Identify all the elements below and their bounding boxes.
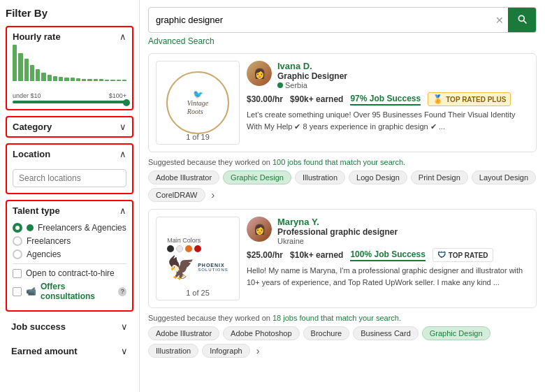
category-header[interactable]: Category ∨ <box>7 117 132 136</box>
talent-option-agencies[interactable]: Agencies <box>13 249 126 259</box>
video-icon: 📹 <box>26 286 36 296</box>
tag-more-button-2[interactable]: › <box>254 345 263 356</box>
talent-option-freelancers[interactable]: Freelancers <box>13 236 126 246</box>
phoenix-brand: 🦅 PHOENIX SOLUTIONS <box>167 254 228 281</box>
main-content: ✕ Advanced Search 🐦 VintageRoots 1 of 19… <box>140 0 545 392</box>
tag[interactable]: Adobe Illustrator <box>148 326 219 340</box>
advanced-search-link[interactable]: Advanced Search <box>148 36 215 46</box>
suggested-prefix-2: Suggested because they worked on <box>148 314 270 322</box>
vr-bird-icon: 🐦 <box>193 89 203 99</box>
earned-amount-header[interactable]: Earned amount ∨ <box>6 342 133 361</box>
tag-more-button[interactable]: › <box>209 189 218 201</box>
profile-title-2: Professional graphic designer <box>277 227 529 237</box>
bar <box>71 78 75 81</box>
radio-all[interactable] <box>13 223 22 233</box>
phoenix-bird-icon: 🦅 <box>167 254 195 281</box>
tag[interactable]: Print Design <box>411 170 468 184</box>
talent-type-filter: Talent type ∧ Freelancers & Agencies Fre… <box>6 200 133 312</box>
bar-chart-labels: under $10 $100+ <box>13 92 126 99</box>
rate-2: $25.00/hr <box>247 250 283 260</box>
divider-talent <box>13 263 126 264</box>
badge-icon-1: 🏅 <box>433 94 443 104</box>
checkbox-contract-box[interactable] <box>13 269 22 278</box>
tag[interactable]: Illustration <box>295 170 345 184</box>
search-icon <box>516 13 528 24</box>
color-dot-orange <box>185 245 192 252</box>
suggested-count-1: 100 jobs found that match your search. <box>272 158 405 166</box>
bar <box>36 69 40 81</box>
color-dot-red <box>194 245 201 252</box>
card-stats-2: $25.00/hr $10k+ earned 100% Job Success … <box>247 248 529 262</box>
job-success-label: Job success <box>11 321 66 332</box>
tag[interactable]: Adobe Photoshop <box>223 326 299 340</box>
tag[interactable]: Adobe Illustrator <box>148 170 219 184</box>
profile-name-1[interactable]: Ivana D. <box>277 61 529 71</box>
tag[interactable]: Graphic Design <box>223 170 291 184</box>
bar <box>105 80 109 81</box>
tag[interactable]: Infograph <box>202 344 249 358</box>
name-section-2: Maryna Y. Professional graphic designer … <box>277 217 529 245</box>
talent-type-header[interactable]: Talent type ∧ <box>7 201 132 220</box>
talent-label-agencies: Agencies <box>27 249 61 259</box>
sidebar: Filter By Hourly rate ∧ under $10 $100+ <box>0 0 140 392</box>
radio-agencies[interactable] <box>13 249 22 259</box>
radio-freelancers[interactable] <box>13 236 22 246</box>
profile-image-2: Main Colors 🦅 PHOENIX SOLUTIONS <box>156 217 240 300</box>
suggested-count-2: 18 jobs found that match your search. <box>272 314 401 322</box>
profile-description-2: Hello! My name is Maryna, I'm a professi… <box>247 265 529 288</box>
tag[interactable]: Business Card <box>353 326 419 340</box>
checkbox-consult-label: Offers consultations <box>41 282 114 301</box>
checkbox-consult[interactable]: 📹 Offers consultations ? <box>13 282 126 301</box>
sidebar-title: Filter By <box>6 7 133 19</box>
profile-title-1: Graphic Designer <box>277 71 529 81</box>
range-slider[interactable] <box>13 101 126 103</box>
phoenix-solutions-text: SOLUTIONS <box>198 268 228 272</box>
location-content <box>7 164 132 193</box>
tag[interactable]: Brochure <box>303 326 350 340</box>
phoenix-logo: Main Colors 🦅 PHOENIX SOLUTIONS <box>164 234 231 284</box>
bar <box>87 79 92 81</box>
job-success-2: 100% Job Success <box>350 249 425 261</box>
suggested-text-1: Suggested because they worked on 100 job… <box>148 158 537 166</box>
talent-option-all[interactable]: Freelancers & Agencies <box>13 223 126 233</box>
profile-image-1: 🐦 VintageRoots 1 of 19 <box>156 61 240 145</box>
card-header-2: 👩 Maryna Y. Professional graphic designe… <box>247 217 529 245</box>
badge-text-1: TOP RATED PLUS <box>446 96 506 103</box>
tag[interactable]: Illustration <box>148 344 198 358</box>
bar <box>59 77 63 81</box>
checkbox-contract[interactable]: Open to contract-to-hire <box>13 268 126 278</box>
tag[interactable]: Graphic Design <box>422 326 490 340</box>
earned-amount-label: Earned amount <box>11 346 78 356</box>
search-input[interactable] <box>149 10 491 30</box>
checkbox-consult-box[interactable] <box>13 287 22 296</box>
bar <box>18 53 22 81</box>
tag[interactable]: Logo Design <box>349 170 407 184</box>
bar <box>94 79 98 81</box>
help-icon[interactable]: ? <box>118 287 126 296</box>
bar <box>30 65 34 81</box>
search-clear-button[interactable]: ✕ <box>491 15 508 26</box>
avatar-2: 👩 <box>247 217 272 242</box>
bar <box>82 79 86 81</box>
image-count-1: 1 of 19 <box>186 133 210 141</box>
profile-card-1: 🐦 VintageRoots 1 of 19 👩 Ivana D. Graphi… <box>148 53 537 152</box>
location-header[interactable]: Location ∧ <box>7 145 132 164</box>
profile-info-2: 👩 Maryna Y. Professional graphic designe… <box>247 217 529 300</box>
radio-inner-all <box>15 226 20 230</box>
suggested-prefix-1: Suggested because they worked on <box>148 158 270 166</box>
bar-min-label: under $10 <box>13 92 41 99</box>
tag-list-1: Adobe IllustratorGraphic DesignIllustrat… <box>148 170 537 202</box>
talent-label-freelancers: Freelancers <box>27 236 71 246</box>
tag[interactable]: CorelDRAW <box>148 188 205 202</box>
job-success-header[interactable]: Job success ∨ <box>6 317 133 336</box>
search-button[interactable] <box>508 8 536 32</box>
name-section-1: Ivana D. Graphic Designer Serbia <box>277 61 529 89</box>
image-count-2: 1 of 25 <box>186 289 210 297</box>
job-success-1: 97% Job Success <box>350 94 421 106</box>
profile-name-2[interactable]: Maryna Y. <box>277 217 529 227</box>
hourly-rate-header[interactable]: Hourly rate ∧ <box>7 27 132 46</box>
profile-description-1: Let's create something unique! Over 95 B… <box>247 109 529 132</box>
tag[interactable]: Layout Design <box>472 170 536 184</box>
range-handle-max[interactable] <box>123 99 130 106</box>
location-search-input[interactable] <box>13 169 126 187</box>
